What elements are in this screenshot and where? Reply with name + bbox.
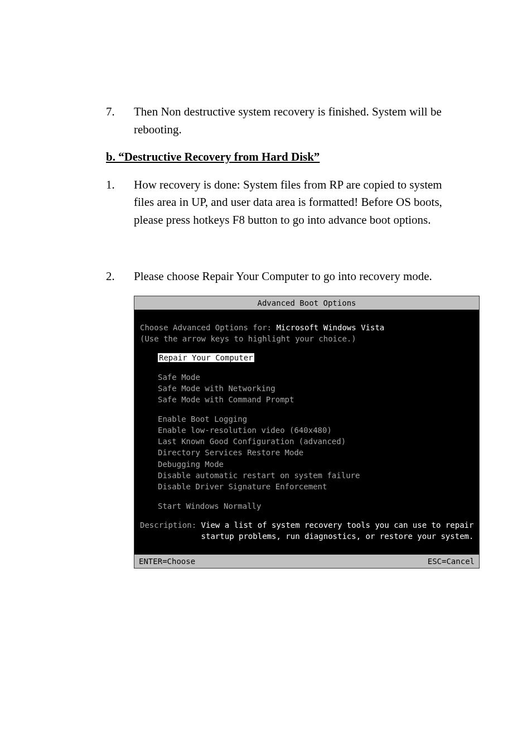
boot-description-line1: Description: View a list of system recov… [140, 519, 473, 531]
list-text: Then Non destructive system recovery is … [134, 103, 465, 138]
boot-option-disable-auto-restart[interactable]: Disable automatic restart on system fail… [140, 470, 473, 481]
boot-description-line2: Description: startup problems, run diagn… [140, 531, 473, 542]
boot-option-safe-mode-networking[interactable]: Safe Mode with Networking [140, 383, 473, 394]
list-item-1: 1. How recovery is done: System files fr… [106, 176, 465, 229]
boot-choose-line: Choose Advanced Options for: Microsoft W… [140, 322, 473, 333]
boot-os-name: Microsoft Windows Vista [276, 323, 384, 332]
boot-footer: ENTER=Choose ESC=Cancel [134, 555, 479, 568]
boot-option-dsrm[interactable]: Directory Services Restore Mode [140, 447, 473, 458]
list-number: 1. [106, 176, 134, 229]
boot-hint: (Use the arrow keys to highlight your ch… [140, 333, 473, 344]
boot-option-disable-driver-sig[interactable]: Disable Driver Signature Enforcement [140, 481, 473, 492]
spacer [106, 239, 465, 268]
list-item-2: 2. Please choose Repair Your Computer to… [106, 268, 465, 286]
boot-body: Choose Advanced Options for: Microsoft W… [134, 310, 479, 555]
boot-titlebar: Advanced Boot Options [134, 296, 479, 310]
boot-option-debugging[interactable]: Debugging Mode [140, 459, 473, 470]
document-content: 7. Then Non destructive system recovery … [106, 103, 465, 286]
boot-footer-esc: ESC=Cancel [428, 556, 475, 567]
list-text: Please choose Repair Your Computer to go… [134, 268, 465, 286]
boot-option-low-res[interactable]: Enable low-resolution video (640x480) [140, 425, 473, 436]
boot-option-lkgc[interactable]: Last Known Good Configuration (advanced) [140, 436, 473, 447]
boot-option-safe-mode-cmd[interactable]: Safe Mode with Command Prompt [140, 394, 473, 405]
boot-option-start-normally[interactable]: Start Windows Normally [140, 500, 473, 512]
advanced-boot-options-screenshot: Advanced Boot Options Choose Advanced Op… [134, 296, 480, 569]
boot-option-safe-mode[interactable]: Safe Mode [140, 372, 473, 383]
list-item-7: 7. Then Non destructive system recovery … [106, 103, 465, 138]
list-number: 2. [106, 268, 134, 286]
boot-footer-enter: ENTER=Choose [139, 556, 195, 567]
section-heading-b: b. “Destructive Recovery from Hard Disk” [106, 148, 465, 166]
boot-option-boot-logging[interactable]: Enable Boot Logging [140, 413, 473, 425]
list-text: How recovery is done: System files from … [134, 176, 465, 229]
boot-option-selected[interactable]: Repair Your Computer [140, 352, 473, 363]
list-number: 7. [106, 103, 134, 138]
